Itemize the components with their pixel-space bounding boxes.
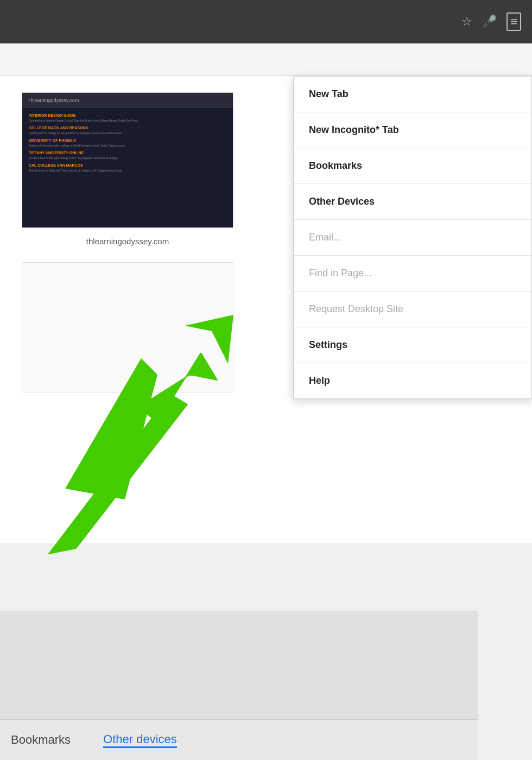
menu-item-find-in-page: Find in Page... (294, 256, 531, 292)
chrome-top-bar: ☆ 🎤 ≡ (0, 0, 532, 43)
menu-item-request-desktop: Request Desktop Site (294, 292, 531, 327)
thumb-section-2-title: COLLEGE BACK AND REASONS (29, 126, 226, 130)
thumbnail-body: INTERIOR DESIGN GUIDE Connecting to Inte… (22, 108, 233, 181)
website-thumbnail[interactable]: Thlearningodyssey.com INTERIOR DESIGN GU… (22, 92, 233, 228)
menu-item-email: Email... (294, 220, 531, 256)
second-thumbnail[interactable] (22, 262, 233, 392)
thumb-section-1-title: INTERIOR DESIGN GUIDE (29, 113, 226, 117)
menu-button[interactable]: ≡ (506, 12, 521, 31)
main-content: Thlearningodyssey.com INTERIOR DESIGN GU… (0, 76, 532, 543)
bottom-bar-bookmarks[interactable]: Bookmarks (11, 733, 71, 747)
thumb-section-5-text: The Solutions at Matched That is the lis… (29, 169, 226, 173)
menu-item-bookmarks[interactable]: Bookmarks (294, 148, 531, 184)
thumb-section-3-text: Explore all the information college and … (29, 144, 226, 148)
dropdown-menu: New Tab New Incognito* Tab Bookmarks Oth… (293, 76, 532, 399)
menu-item-help[interactable]: Help (294, 363, 531, 398)
thumb-section-4-title: TIFFANY UNIVERSITY ONLINE (29, 151, 226, 155)
bottom-bar-other-devices[interactable]: Other devices (103, 732, 177, 748)
bottom-gray-area (0, 611, 478, 719)
mic-icon[interactable]: 🎤 (482, 15, 497, 29)
menu-item-settings[interactable]: Settings (294, 327, 531, 363)
menu-item-new-incognito-tab[interactable]: New Incognito* Tab (294, 112, 531, 148)
menu-item-other-devices[interactable]: Other Devices (294, 184, 531, 220)
thumb-section-5-title: CAL COLLEGE SAN MARCOS (29, 163, 226, 167)
thumbnail-header: Thlearningodyssey.com (22, 93, 233, 108)
address-bar-area (0, 43, 532, 76)
thumb-section-2-text: Getting back in college by our guidance … (29, 131, 226, 135)
menu-item-new-tab[interactable]: New Tab (294, 77, 531, 112)
thumb-section-1-text: Connecting to Interior Design School Tha… (29, 119, 226, 123)
thumb-section-4-text: All about how to find right college in U… (29, 156, 226, 160)
thumbnail-url: Thlearningodyssey.com (28, 98, 79, 103)
bottom-bar: Bookmarks Other devices (0, 719, 478, 760)
website-url-label: thlearningodyssey.com (22, 237, 233, 246)
thumb-section-3-title: UNIVERSITY OF PHOENIX (29, 138, 226, 142)
star-icon[interactable]: ☆ (461, 15, 472, 29)
